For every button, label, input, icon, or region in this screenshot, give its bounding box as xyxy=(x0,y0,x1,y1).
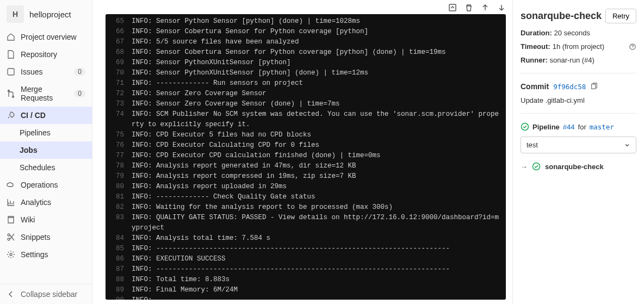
line-number: 67 xyxy=(106,37,132,47)
line-number: 81 xyxy=(106,192,132,202)
line-number: 79 xyxy=(106,171,132,182)
line-number: 74 xyxy=(106,109,132,130)
line-number: 75 xyxy=(106,130,132,140)
sidebar-nav: Project overview Repository Issues 0 Mer… xyxy=(0,28,92,284)
rocket-icon xyxy=(7,111,15,120)
sidebar-item-label: Analytics xyxy=(21,198,51,207)
status-passed-icon xyxy=(521,122,529,131)
main-content: 65INFO: Sensor Python Sensor [python] (d… xyxy=(92,0,644,304)
log-line: 68INFO: Sensor Cobertura Sensor for Pyth… xyxy=(106,47,506,58)
sidebar-item-settings[interactable]: Settings xyxy=(0,246,92,263)
sidebar-item-jobs[interactable]: Jobs xyxy=(0,141,92,159)
retry-button[interactable]: Retry xyxy=(605,9,636,23)
pipeline-link[interactable]: #44 xyxy=(563,123,575,131)
line-number: 83 xyxy=(106,213,132,233)
line-number: 85 xyxy=(106,244,132,254)
log-line: 84INFO: Analysis total time: 7.584 s xyxy=(106,233,506,244)
job-details-panel: sonarqube-check Retry Duration: 20 secon… xyxy=(512,0,644,304)
stage-select-value: test xyxy=(527,141,538,149)
line-text: INFO: Sensor Python Sensor [python] (don… xyxy=(132,16,506,27)
svg-rect-0 xyxy=(8,69,14,75)
sidebar-item-label: Wiki xyxy=(21,215,35,224)
log-line: 67INFO: 5/5 source files have been analy… xyxy=(106,37,506,47)
terminal-output[interactable]: 65INFO: Sensor Python Sensor [python] (d… xyxy=(106,14,506,300)
sidebar-item-schedules[interactable]: Schedules xyxy=(0,159,92,176)
project-avatar: H xyxy=(7,5,24,23)
log-line: 78INFO: Analysis report generated in 47m… xyxy=(106,161,506,171)
pipeline-label: Pipeline xyxy=(532,123,560,131)
line-text: INFO: EXECUTION SUCCESS xyxy=(132,254,506,264)
scroll-up-icon[interactable] xyxy=(481,3,490,12)
line-text: INFO: Sensor Cobertura Sensor for Python… xyxy=(132,47,506,58)
stage-select[interactable]: test xyxy=(521,137,636,153)
log-line: 65INFO: Sensor Python Sensor [python] (d… xyxy=(106,16,506,27)
log-line: 72INFO: Sensor Zero Coverage Sensor xyxy=(106,89,506,99)
scroll-down-icon[interactable] xyxy=(497,3,506,12)
sidebar-item-wiki[interactable]: Wiki xyxy=(0,211,92,228)
pipeline-row: Pipeline #44 for master xyxy=(521,122,636,131)
svg-rect-8 xyxy=(592,84,596,89)
line-text: INFO: 5/5 source files have been analyze… xyxy=(132,37,506,47)
sidebar-item-cicd[interactable]: CI / CD xyxy=(0,107,92,124)
log-line: 88INFO: Total time: 8.883s xyxy=(106,275,506,285)
sidebar-item-snippets[interactable]: Snippets xyxy=(0,228,92,246)
line-text: INFO: Analysis report uploaded in 29ms xyxy=(132,182,506,192)
sidebar-item-pipelines[interactable]: Pipelines xyxy=(0,124,92,141)
sidebar-item-analytics[interactable]: Analytics xyxy=(0,194,92,211)
help-icon[interactable] xyxy=(629,43,636,51)
line-number: 77 xyxy=(106,151,132,161)
current-job-row[interactable]: → sonarqube-check xyxy=(521,162,636,171)
status-passed-icon xyxy=(532,162,541,171)
line-text: INFO: Sensor PythonXUnitSensor [python] xyxy=(132,58,506,68)
project-header[interactable]: H helloproject xyxy=(0,0,92,28)
commit-sha-link[interactable]: 9f96dc58 xyxy=(553,83,586,91)
line-text: INFO: Analysis total time: 7.584 s xyxy=(132,233,506,244)
log-line: 87INFO: --------------------------------… xyxy=(106,264,506,275)
divider xyxy=(521,113,636,114)
log-line: 80INFO: Analysis report uploaded in 29ms xyxy=(106,182,506,192)
log-line: 66INFO: Sensor Cobertura Sensor for Pyth… xyxy=(106,27,506,37)
sidebar-item-label: Repository xyxy=(21,50,57,59)
log-line: 75INFO: CPD Executor 5 files had no CPD … xyxy=(106,130,506,140)
log-line: 89INFO: Final Memory: 6M/24M xyxy=(106,285,506,295)
line-number: 76 xyxy=(106,140,132,151)
sidebar-item-label: Project overview xyxy=(21,33,77,41)
line-number: 80 xyxy=(106,182,132,192)
sidebar-item-operations[interactable]: Operations xyxy=(0,176,92,194)
collapse-sidebar[interactable]: Collapse sidebar xyxy=(0,284,92,304)
line-text: INFO: ------------- Check Quality Gate s… xyxy=(132,192,506,202)
log-line: 70INFO: Sensor PythonXUnitSensor [python… xyxy=(106,68,506,78)
log-toolbar xyxy=(106,0,506,14)
sidebar-item-label: Jobs xyxy=(20,146,38,154)
line-number: 86 xyxy=(106,254,132,264)
line-text: INFO: CPD Executor Calculating CPD for 0… xyxy=(132,140,506,151)
sidebar-item-repository[interactable]: Repository xyxy=(0,46,92,63)
line-number: 88 xyxy=(106,275,132,285)
book-icon xyxy=(7,215,15,224)
log-line: 69INFO: Sensor PythonXUnitSensor [python… xyxy=(106,58,506,68)
scroll-top-icon[interactable] xyxy=(448,3,457,12)
home-icon xyxy=(7,33,15,41)
line-number: 65 xyxy=(106,16,132,27)
log-line: 86INFO: EXECUTION SUCCESS xyxy=(106,254,506,264)
log-line: 73INFO: Sensor Zero Coverage Sensor (don… xyxy=(106,99,506,109)
sidebar-item-overview[interactable]: Project overview xyxy=(0,28,92,46)
svg-point-4 xyxy=(8,238,10,240)
sidebar-item-label: Settings xyxy=(21,250,48,259)
svg-point-5 xyxy=(10,253,12,256)
log-line: 71INFO: ------------- Run sensors on pro… xyxy=(106,78,506,89)
sidebar-item-label: Merge Requests xyxy=(21,85,69,102)
line-number: 69 xyxy=(106,58,132,68)
line-text: INFO: ----------------------------------… xyxy=(132,244,506,254)
duration-row: Duration: 20 seconds xyxy=(521,29,636,37)
erase-icon[interactable] xyxy=(465,3,473,12)
line-number: 78 xyxy=(106,161,132,171)
log-line: 77INFO: CPD Executor CPD calculation fin… xyxy=(106,151,506,161)
job-title: sonarqube-check xyxy=(521,10,602,22)
copy-icon[interactable] xyxy=(590,83,598,90)
sidebar-item-merge-requests[interactable]: Merge Requests 0 xyxy=(0,80,92,107)
sidebar-item-issues[interactable]: Issues 0 xyxy=(0,63,92,80)
commit-label: Commit xyxy=(521,82,549,91)
project-name: helloproject xyxy=(29,10,71,19)
branch-link[interactable]: master xyxy=(590,123,614,131)
